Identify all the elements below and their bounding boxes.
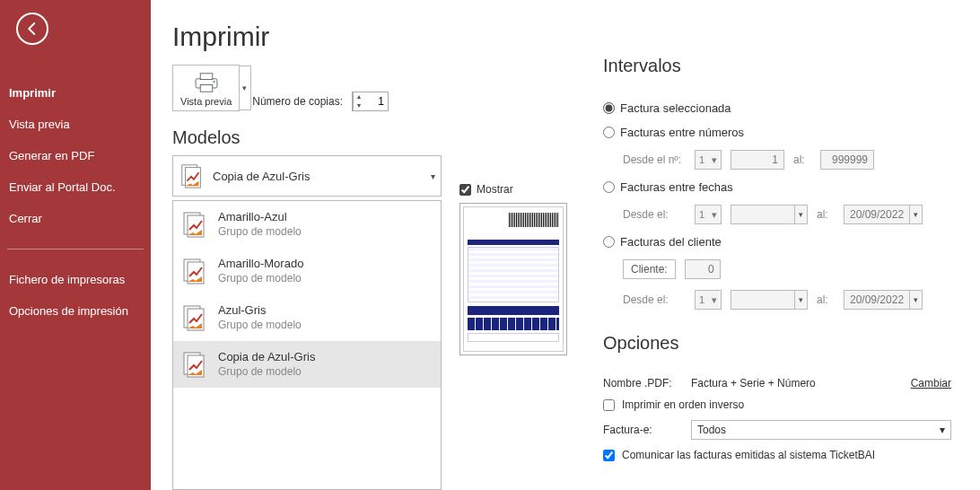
chevron-down-icon: ▾ bbox=[940, 424, 945, 436]
vista-previa-dropdown[interactable]: ▾ bbox=[239, 66, 251, 110]
arrow-left-icon bbox=[24, 21, 40, 37]
svg-rect-2 bbox=[200, 85, 213, 92]
svg-point-3 bbox=[213, 81, 214, 83]
printer-icon bbox=[191, 71, 222, 94]
sidebar-item-fichero[interactable]: Fichero de impresoras bbox=[0, 264, 151, 295]
sidebar: Imprimir Vista previa Generar en PDF Env… bbox=[0, 0, 151, 490]
report-icon bbox=[180, 210, 209, 239]
radio-cliente[interactable] bbox=[603, 236, 615, 248]
copies-input[interactable] bbox=[364, 95, 388, 108]
num-to-input[interactable] bbox=[820, 150, 874, 170]
model-item[interactable]: Amarillo-MoradoGrupo de modelo bbox=[173, 248, 441, 294]
vista-previa-button[interactable]: Vista previa ▾ bbox=[172, 65, 240, 111]
date-from-input[interactable]: ▾ bbox=[731, 205, 808, 224]
cambiar-link[interactable]: Cambiar bbox=[911, 377, 951, 389]
date-to-input-2[interactable]: 20/09/2022▾ bbox=[844, 290, 923, 310]
model-item[interactable]: Azul-GrisGrupo de modelo bbox=[173, 294, 441, 341]
sidebar-item-portal[interactable]: Enviar al Portal Doc. bbox=[0, 171, 151, 203]
copies-label: Número de copias: bbox=[252, 95, 343, 108]
report-icon bbox=[180, 257, 209, 285]
factura-e-select[interactable]: Todos▾ bbox=[691, 420, 951, 440]
model-item[interactable]: Amarillo-AzulGrupo de modelo bbox=[173, 201, 441, 248]
serie-select-3[interactable]: 1▾ bbox=[695, 290, 722, 310]
serie-select[interactable]: 1▾ bbox=[695, 150, 722, 170]
chevron-down-icon: ▾ bbox=[431, 171, 435, 181]
options-title: Opciones bbox=[603, 333, 951, 354]
svg-rect-1 bbox=[200, 74, 213, 80]
reverse-checkbox[interactable] bbox=[603, 399, 615, 411]
radio-entre-numeros[interactable] bbox=[603, 127, 615, 138]
ticketbai-checkbox[interactable] bbox=[603, 450, 615, 461]
sidebar-item-cerrar[interactable]: Cerrar bbox=[0, 203, 151, 234]
radio-factura-seleccionada[interactable] bbox=[603, 102, 615, 114]
spin-down[interactable]: ▼ bbox=[354, 101, 364, 110]
spin-up[interactable]: ▲ bbox=[354, 92, 364, 101]
copies-spinner[interactable]: ▲▼ bbox=[352, 92, 389, 111]
radio-entre-fechas[interactable] bbox=[603, 181, 615, 193]
back-button[interactable] bbox=[16, 13, 48, 45]
sidebar-item-pdf[interactable]: Generar en PDF bbox=[0, 140, 151, 171]
report-icon bbox=[180, 350, 209, 379]
date-to-input[interactable]: 20/09/2022▾ bbox=[844, 205, 923, 224]
cliente-label: Cliente: bbox=[623, 259, 676, 279]
num-from-input[interactable] bbox=[731, 150, 784, 170]
cliente-input[interactable] bbox=[685, 259, 721, 279]
serie-select-2[interactable]: 1▾ bbox=[695, 205, 722, 224]
sidebar-item-opciones[interactable]: Opciones de impresión bbox=[0, 295, 151, 327]
sidebar-item-imprimir[interactable]: Imprimir bbox=[0, 77, 151, 109]
date-from-input-2[interactable]: ▾ bbox=[731, 290, 808, 310]
model-item[interactable]: Copia de Azul-GrisGrupo de modelo bbox=[173, 341, 441, 388]
report-icon bbox=[180, 303, 209, 332]
model-combo[interactable]: Copia de Azul-Gris ▾ bbox=[172, 155, 442, 197]
sidebar-item-vista-previa[interactable]: Vista previa bbox=[0, 109, 151, 140]
main: Imprimir Vista previa ▾ Número de copias… bbox=[151, 0, 980, 490]
model-list[interactable]: Amarillo-AzulGrupo de modelo Amarillo-Mo… bbox=[172, 200, 442, 490]
intervals-title: Intervalos bbox=[603, 56, 951, 76]
report-icon bbox=[179, 162, 206, 189]
models-title: Modelos bbox=[172, 127, 442, 148]
document-preview[interactable] bbox=[459, 203, 567, 355]
barcode-icon bbox=[509, 213, 559, 227]
page-title: Imprimir bbox=[172, 22, 442, 52]
divider bbox=[7, 249, 144, 249]
mostrar-checkbox[interactable] bbox=[459, 184, 471, 196]
